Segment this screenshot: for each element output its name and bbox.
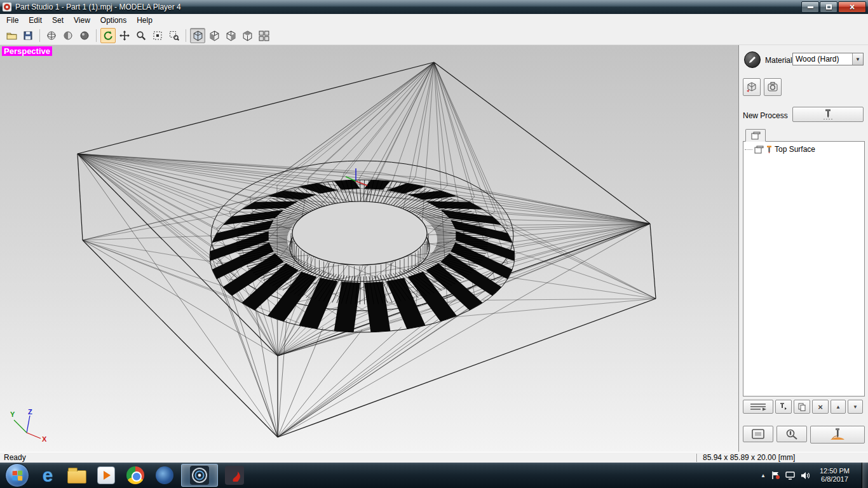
menu-view[interactable]: View	[69, 15, 95, 26]
process-panel: Material Wood (Hard) ▼ New Process	[738, 45, 868, 452]
material-label: Material	[765, 56, 792, 65]
axis-x-label: X	[42, 435, 47, 443]
tree-item-label: Top Surface	[775, 145, 815, 154]
start-cutting-button[interactable]	[810, 426, 865, 444]
copy-icon	[797, 402, 806, 411]
taskbar-item-explorer[interactable]	[64, 464, 90, 487]
cube-front-icon	[209, 30, 220, 41]
four-view-layout-button[interactable]	[256, 28, 271, 43]
toolpath-icon	[749, 402, 767, 411]
pan-view-button[interactable]	[117, 28, 132, 43]
new-process-button[interactable]	[792, 107, 864, 122]
menu-bar: File Edit Set View Options Help	[0, 14, 868, 27]
chevron-down-icon: ▼	[852, 53, 863, 65]
minimize-button[interactable]	[801, 1, 819, 13]
delete-icon: ×	[818, 402, 823, 412]
flame-app-icon	[225, 466, 244, 485]
process-tab-icon	[751, 132, 761, 140]
rotate-view-button[interactable]	[100, 28, 116, 43]
viewport-3d[interactable]: Perspective Y Z X	[0, 45, 738, 452]
wireframe-view-button[interactable]	[44, 28, 59, 43]
taskbar-clock[interactable]: 12:50 PM 6/8/2017	[816, 467, 853, 484]
tree-item-top-surface[interactable]: Top Surface	[743, 142, 864, 154]
menu-options[interactable]: Options	[95, 15, 132, 26]
start-button[interactable]	[5, 463, 29, 487]
axis-indicator: Y Z X	[5, 407, 51, 443]
taskbar-item-firefox[interactable]	[152, 464, 177, 487]
show-desktop-button[interactable]	[862, 463, 868, 488]
axis-z-label: Z	[28, 408, 32, 416]
toolbar-separator	[96, 29, 97, 42]
status-text: Ready	[4, 453, 26, 462]
titlebar: Part Studio 1 - Part 1 (1).mpj - MODELA …	[0, 0, 868, 14]
status-bar: Ready 85.94 x 85.89 x 20.00 [mm]	[0, 452, 868, 463]
toolbar	[0, 27, 868, 45]
create-toolpath-button[interactable]	[743, 400, 773, 414]
maximize-icon	[826, 4, 832, 10]
firefox-icon	[156, 466, 173, 484]
open-folder-icon	[6, 30, 17, 41]
taskbar-item-cam-tool[interactable]	[222, 464, 247, 487]
material-dropdown[interactable]: Wood (Hard) ▼	[792, 53, 864, 65]
process-list-tab[interactable]	[745, 129, 766, 142]
model-setup-button[interactable]	[743, 78, 761, 96]
move-down-button[interactable]: ▼	[848, 400, 863, 414]
media-player-icon	[97, 466, 115, 484]
taskbar-item-media-player[interactable]	[93, 464, 119, 487]
volume-icon[interactable]	[801, 471, 810, 480]
view-top-button[interactable]	[240, 28, 255, 43]
menu-set[interactable]: Set	[47, 15, 69, 26]
preview-cutting-button[interactable]	[776, 426, 807, 442]
pencil-icon	[748, 55, 757, 64]
cutting-icon	[828, 428, 847, 442]
edit-material-button[interactable]	[744, 51, 761, 68]
down-arrow-icon: ▼	[853, 404, 858, 410]
view-front-button[interactable]	[207, 28, 222, 43]
toolbar-separator	[39, 29, 40, 42]
zoom-window-button[interactable]	[166, 28, 182, 43]
process-tree[interactable]: Top Surface	[743, 141, 865, 396]
edit-process-button[interactable]	[775, 400, 792, 414]
process-toolbar: × ▲ ▼	[743, 400, 863, 414]
clock-time: 12:50 PM	[820, 467, 850, 475]
show-hidden-icons-button[interactable]: ▲	[761, 473, 766, 478]
delete-process-button[interactable]: ×	[812, 400, 829, 414]
taskbar-item-internet-explorer[interactable]: e	[35, 464, 60, 487]
wireframe-model	[0, 45, 738, 452]
move-up-button[interactable]: ▲	[831, 400, 846, 414]
preview-result-button[interactable]	[743, 426, 773, 442]
shaded-sphere-icon	[79, 30, 90, 41]
machine-icon	[766, 81, 779, 93]
magnifier-cutter-icon	[785, 428, 799, 440]
cube-isometric-icon	[193, 30, 203, 41]
action-center-flag-icon[interactable]	[771, 471, 780, 480]
maximize-button[interactable]	[820, 1, 837, 13]
shaded-view-button[interactable]	[77, 28, 92, 43]
hidden-line-view-button[interactable]	[60, 28, 76, 43]
menu-help[interactable]: Help	[132, 15, 158, 26]
half-shaded-sphere-icon	[63, 30, 73, 41]
window-controls: ×	[801, 1, 866, 13]
cube-side-icon	[226, 30, 236, 41]
save-button[interactable]	[20, 28, 36, 43]
taskbar-item-chrome[interactable]	[123, 464, 148, 487]
quad-view-icon	[259, 30, 269, 41]
cube-top-icon	[242, 30, 253, 41]
zoom-view-button[interactable]	[133, 28, 149, 43]
taskbar-item-modela-player-active[interactable]	[181, 464, 218, 487]
copy-process-button[interactable]	[794, 400, 810, 414]
preview-machine-button[interactable]	[764, 78, 782, 96]
wireframe-sphere-icon	[46, 30, 57, 41]
menu-edit[interactable]: Edit	[24, 15, 47, 26]
display-device-icon[interactable]	[785, 471, 795, 480]
block-arrows-icon	[745, 81, 758, 93]
open-file-button[interactable]	[4, 28, 19, 43]
folder-icon	[67, 470, 86, 484]
view-isometric-button[interactable]	[190, 28, 205, 43]
magnifier-icon	[136, 30, 146, 41]
fit-to-screen-button[interactable]	[150, 28, 165, 43]
menu-file[interactable]: File	[1, 15, 24, 26]
modela-player-icon	[190, 466, 209, 485]
view-side-button[interactable]	[223, 28, 238, 43]
close-button[interactable]: ×	[838, 1, 866, 13]
